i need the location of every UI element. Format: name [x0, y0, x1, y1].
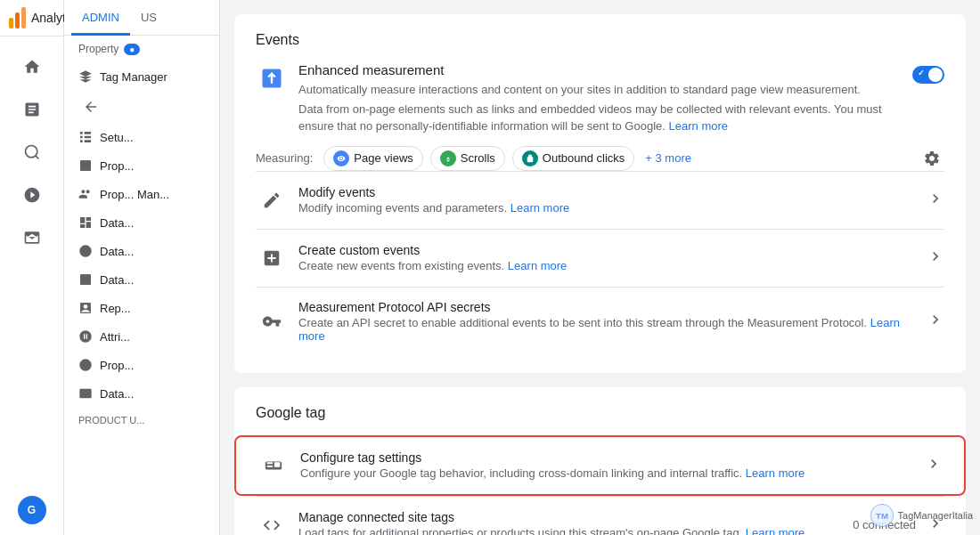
admin-tabs: ADMIN US	[64, 0, 219, 36]
manage-connected-icon	[256, 509, 288, 536]
tab-us[interactable]: US	[130, 0, 167, 36]
measuring-label: Measuring:	[256, 151, 313, 165]
modify-events-desc: Modify incoming events and parameters. L…	[298, 201, 916, 215]
data1-label: Data...	[100, 216, 134, 230]
modify-events-learn-more[interactable]: Learn more	[510, 201, 569, 215]
chip-scrolls-label: Scrolls	[461, 151, 495, 165]
create-events-icon	[256, 242, 288, 274]
modify-events-chevron	[927, 190, 944, 210]
enhanced-learn-more-link[interactable]: Learn more	[669, 119, 728, 133]
user-avatar[interactable]: G	[18, 496, 46, 524]
prop2-label: Prop...	[100, 359, 134, 372]
watermark-label: TagManagerItalia	[898, 510, 973, 521]
modify-events-icon	[256, 184, 288, 216]
admin-nav-tag-manager[interactable]: Tag Manager	[64, 62, 212, 91]
watermark: TM TagManagerItalia	[870, 503, 973, 528]
property-label: Property	[78, 43, 118, 55]
outbound-chip-icon	[522, 150, 538, 166]
admin-panel: ADMIN US Property ● Tag Manager Setu... …	[64, 0, 220, 535]
measuring-row: Measuring: Page views Scrolls	[256, 146, 944, 171]
manage-connected-content: Manage connected site tags Load tags for…	[298, 510, 842, 535]
enhanced-measurement-section: Enhanced measurement Automatically measu…	[256, 62, 944, 171]
measurement-protocol-content: Measurement Protocol API secrets Create …	[298, 300, 916, 343]
app-header: Analytics	[0, 0, 63, 36]
scrolls-chip-icon	[440, 150, 456, 166]
admin-nav-property-manage[interactable]: Prop... Man...	[64, 180, 212, 208]
admin-nav-rep[interactable]: Rep...	[64, 294, 212, 322]
svg-text:TM: TM	[876, 511, 888, 521]
sidebar-item-content[interactable]	[9, 218, 55, 257]
chip-page-views[interactable]: Page views	[323, 146, 422, 171]
modify-events-title: Modify events	[298, 185, 916, 199]
configure-tag-learn-more[interactable]: Learn more	[746, 466, 804, 480]
toggle-container: ✓	[912, 62, 944, 84]
chip-outbound-clicks[interactable]: Outbound clicks	[512, 146, 635, 171]
configure-tag-title: Configure tag settings	[300, 450, 914, 465]
configure-tag-desc: Configure your Google tag behavior, incl…	[300, 466, 914, 480]
admin-nav-data3[interactable]: Data...	[64, 265, 212, 294]
manage-connected-item[interactable]: Manage connected site tags Load tags for…	[256, 496, 944, 536]
data-dd-label: Data...	[100, 387, 134, 401]
property-badge: ●	[124, 44, 140, 55]
svg-line-1	[35, 156, 38, 159]
main-content: Events Enhanced measurement Automaticall…	[220, 0, 980, 535]
tab-admin[interactable]: ADMIN	[71, 0, 130, 36]
admin-nav-attri[interactable]: Attri...	[64, 322, 212, 351]
page-views-chip-icon	[333, 150, 349, 166]
data2-label: Data...	[100, 245, 134, 258]
property-nav-label: Prop...	[100, 159, 134, 173]
modify-events-item[interactable]: Modify events Modify incoming events and…	[256, 171, 944, 229]
create-events-desc: Create new events from existing events. …	[298, 259, 916, 272]
settings-gear-button[interactable]	[919, 146, 944, 171]
admin-nav-data1[interactable]: Data...	[64, 208, 212, 237]
admin-nav-prop2[interactable]: Prop...	[64, 351, 212, 379]
back-button[interactable]	[78, 94, 103, 119]
admin-nav-data-dd[interactable]: Data...	[64, 379, 212, 408]
measurement-protocol-icon	[256, 305, 288, 337]
admin-nav-property[interactable]: Prop...	[64, 151, 212, 180]
data3-label: Data...	[100, 273, 134, 287]
more-chips-link[interactable]: + 3 more	[645, 151, 691, 165]
enhanced-title: Enhanced measurement	[298, 62, 902, 77]
chip-scrolls[interactable]: Scrolls	[430, 146, 505, 171]
svg-point-0	[25, 146, 37, 158]
create-custom-events-item[interactable]: Create custom events Create new events f…	[256, 229, 944, 287]
enhanced-description: Automatically measure interactions and c…	[298, 81, 902, 99]
measurement-protocol-title: Measurement Protocol API secrets	[298, 300, 916, 314]
property-manage-label: Prop... Man...	[100, 188, 169, 201]
sidebar-item-home[interactable]	[9, 47, 55, 86]
rep-label: Rep...	[100, 302, 131, 315]
admin-nav-setup[interactable]: Setu...	[64, 123, 212, 151]
create-events-title: Create custom events	[298, 243, 916, 257]
sidebar-item-reports[interactable]	[9, 90, 55, 129]
sidebar-item-explore[interactable]	[9, 133, 55, 172]
sidebar-item-advertising[interactable]	[9, 175, 55, 215]
setup-label: Setu...	[100, 131, 134, 144]
product-section-label: PRODUCT U...	[64, 408, 219, 429]
manage-connected-desc: Load tags for additional properties or p…	[298, 526, 842, 535]
admin-nav-data2[interactable]: Data...	[64, 237, 212, 265]
enhanced-icon	[256, 62, 288, 94]
tag-manager-label: Tag Manager	[100, 70, 167, 84]
configure-tag-content: Configure tag settings Configure your Go…	[300, 450, 914, 480]
enhanced-toggle[interactable]: ✓	[912, 66, 944, 84]
sidebar-bottom: G	[18, 496, 46, 535]
measurement-protocol-item[interactable]: Measurement Protocol API secrets Create …	[256, 287, 944, 355]
create-events-content: Create custom events Create new events f…	[298, 243, 916, 272]
measurement-protocol-desc: Create an API secret to enable additiona…	[298, 316, 916, 343]
app-logo	[9, 7, 26, 28]
property-header: Property ●	[64, 36, 219, 62]
sidebar-nav	[0, 36, 63, 257]
enhanced-description2: Data from on-page elements such as links…	[298, 101, 902, 135]
configure-tag-item[interactable]: Configure tag settings Configure your Go…	[234, 435, 966, 496]
modify-events-content: Modify events Modify incoming events and…	[298, 185, 916, 215]
manage-connected-title: Manage connected site tags	[298, 510, 842, 524]
manage-connected-learn-more[interactable]: Learn more	[746, 526, 804, 535]
measurement-protocol-chevron	[927, 311, 944, 331]
configure-tag-icon	[257, 450, 290, 482]
icon-sidebar: Analytics G	[0, 0, 64, 535]
configure-tag-chevron	[925, 455, 943, 475]
chip-page-views-label: Page views	[354, 151, 412, 165]
create-events-learn-more[interactable]: Learn more	[508, 259, 567, 272]
create-events-chevron	[927, 247, 944, 268]
